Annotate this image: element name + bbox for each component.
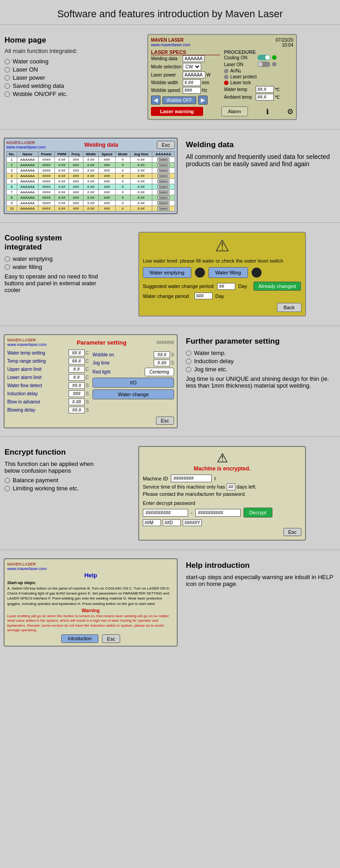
radio-icon — [5, 59, 10, 64]
machine-id-input[interactable] — [171, 475, 212, 482]
water-emptying-btn[interactable]: Water emptying — [143, 267, 191, 278]
param-esc-btn[interactable]: Esc — [156, 417, 174, 425]
laser-warning-btn[interactable]: Laser warning — [151, 107, 203, 116]
feature-laser-on: Laser ON — [5, 66, 100, 73]
help-steps-title: Start-up steps: — [7, 580, 174, 585]
param-right-fields: Wobble on##.#SJog time#.##SRed lightCent… — [92, 350, 174, 415]
centering-btn[interactable]: Centering — [145, 368, 174, 376]
select-btn[interactable]: Select — [157, 163, 170, 167]
help-esc-btn[interactable]: Esc — [102, 634, 120, 643]
parameter-panel-container: MAVEN LASERwww.mavenlaser.com Parameter … — [0, 331, 181, 432]
select-btn[interactable]: Select — [157, 190, 170, 194]
feature-balance: Balance payment — [5, 477, 100, 484]
water-fill-indicator — [252, 268, 262, 278]
encrypt-esc-btn[interactable]: Esc — [283, 528, 301, 536]
radio-icon — [5, 478, 10, 483]
param-field: Wobble on##.#S — [92, 351, 174, 358]
wobble-left-btn[interactable]: ◀ — [151, 96, 160, 105]
mode-select[interactable]: CW — [183, 63, 201, 71]
help-panel: MAVEN LASER www.mavenlaser.com Help Star… — [4, 558, 178, 647]
help-intro-desc: start-up steps and especially warning ar… — [186, 574, 335, 587]
table-row: 3 AAAAAA #### #.## ### #.## ### # #.## S… — [7, 168, 175, 173]
welding-table: No. Name Power PWM Freq. Width Speed Mod… — [6, 151, 175, 211]
service-text-row: Service time of this machine only has ##… — [143, 484, 301, 489]
bottom-controls: Laser warning Alarm ℹ ⚙ — [151, 106, 293, 116]
home-subtitle: All main function integrated: — [5, 48, 100, 54]
feature-jog-time: Jog time etc. — [186, 366, 335, 373]
laser-switch[interactable] — [257, 62, 270, 67]
maven-header: MAVEN LASER www.mavenlaser.com 07/23/20 … — [151, 38, 293, 48]
water-temp-row: Water temp ##.# ℃ — [224, 86, 293, 93]
wobble-right-btn[interactable]: ▶ — [198, 96, 208, 105]
alarm-btn[interactable]: Alarm — [221, 106, 248, 116]
decrypt-btn[interactable]: Decrypt — [243, 508, 272, 518]
info-icon[interactable]: ℹ — [266, 107, 269, 116]
cooling-title: Cooling system integrated — [5, 234, 100, 252]
feature-limiting: Limiting working time etc. — [5, 485, 100, 492]
table-row: 5 AAAAAA #### #.## ### #.## ### # #.## S… — [7, 179, 175, 184]
col-name: Name — [17, 152, 38, 157]
io-btn[interactable]: I/O — [92, 378, 174, 388]
select-btn[interactable]: Select — [157, 179, 170, 183]
wobble-speed-field: Wobble speed ### Hz — [151, 87, 220, 94]
back-btn[interactable]: Back — [277, 303, 301, 312]
ar-indicator — [224, 69, 228, 73]
home-title: Home page — [5, 36, 100, 45]
select-btn[interactable]: Select — [157, 174, 170, 178]
page-title: Software and features introduction by Ma… — [0, 0, 340, 24]
specs-right: PROCEDURE Cooling ON Laser ON Ar/N₂ — [224, 49, 293, 105]
encrypt-panel-container: ⚠ Machine is encrypted. Machine ID I Ser… — [104, 441, 340, 545]
table-row: 6 AAAAAA #### #.## ### #.## ### # #.## S… — [7, 184, 175, 190]
radio-icon — [186, 350, 191, 356]
encrypt-desc1: This function can be applied when below … — [5, 460, 100, 474]
decrypt-input-2[interactable] — [195, 509, 241, 517]
welding-desc: Welding data All commonly and frequently… — [181, 134, 340, 174]
help-brand: MAVEN LASER www.mavenlaser.com — [7, 562, 47, 571]
water-level-text: Low water level: please fill water or ch… — [143, 258, 301, 264]
help-warning-title: Warning — [7, 608, 174, 613]
feature-water-emptying: water emptying — [5, 255, 100, 262]
water-filling-btn[interactable]: Water filling — [209, 267, 248, 278]
laser-lock-indicator — [224, 81, 228, 85]
radio-icon — [5, 256, 10, 262]
parameter-section: MAVEN LASERwww.mavenlaser.com Parameter … — [0, 326, 340, 436]
encrypt-panel: ⚠ Machine is encrypted. Machine ID I Ser… — [138, 446, 306, 541]
radio-icon — [5, 486, 10, 491]
col-power: Power — [38, 152, 55, 157]
select-btn[interactable]: Select — [157, 158, 170, 162]
parameter-desc: Further parameter setting Water temp. In… — [181, 331, 340, 397]
settings-icon[interactable]: ⚙ — [287, 107, 293, 116]
intro-btn[interactable]: Introduction — [61, 634, 98, 643]
param-title: Parameter setting — [77, 339, 126, 346]
select-btn[interactable]: Select — [157, 168, 170, 173]
decrypt-input-1[interactable] — [143, 509, 188, 517]
laser-indicator — [272, 62, 277, 67]
select-btn[interactable]: Select — [157, 185, 170, 189]
already-changed-btn[interactable]: Already changed — [253, 282, 301, 291]
laser-on-toggle: Laser ON — [224, 62, 293, 67]
select-btn[interactable]: Select — [157, 196, 170, 200]
welding-data-field: Welding data AAAAAA — [151, 55, 220, 62]
feature-induction-delay: Induction delay — [186, 358, 335, 364]
table-header-row: No. Name Power PWM Freq. Width Speed Mod… — [7, 152, 175, 157]
col-width: Width — [83, 152, 98, 157]
col-freq: Freq. — [69, 152, 83, 157]
help-desc: Help introduction start-up steps and esp… — [181, 555, 340, 595]
wobble-off-btn[interactable]: Wobble OFF — [162, 96, 196, 104]
welding-esc-btn[interactable]: Esc — [157, 141, 175, 149]
radio-icon — [5, 83, 10, 89]
laser-power-field: Laser power AAAAAA W — [151, 72, 220, 78]
cooling-switch[interactable] — [257, 55, 270, 60]
further-title: Further parameter setting — [186, 337, 335, 346]
col-no: No. — [7, 152, 17, 157]
water-change-btn[interactable]: Water change — [92, 389, 174, 399]
cooling-on-toggle: Cooling ON — [224, 55, 293, 60]
param-field: Lower alarm limit#.#C — [7, 374, 89, 381]
welding-panel-brand: MAVEN LASERwww.mavenlaser.com — [6, 140, 46, 149]
radio-icon — [5, 91, 10, 97]
select-btn[interactable]: Select — [157, 201, 170, 205]
cooling-panel: ⚠ Low water level: please fill water or … — [138, 232, 306, 317]
select-btn[interactable]: Select — [157, 206, 170, 211]
param-left-fields: Water temp setting##.#CTemp range settin… — [7, 350, 89, 415]
table-row: 4 AAAAAA #### #.## ### #.## ### # #.## S… — [7, 173, 175, 179]
